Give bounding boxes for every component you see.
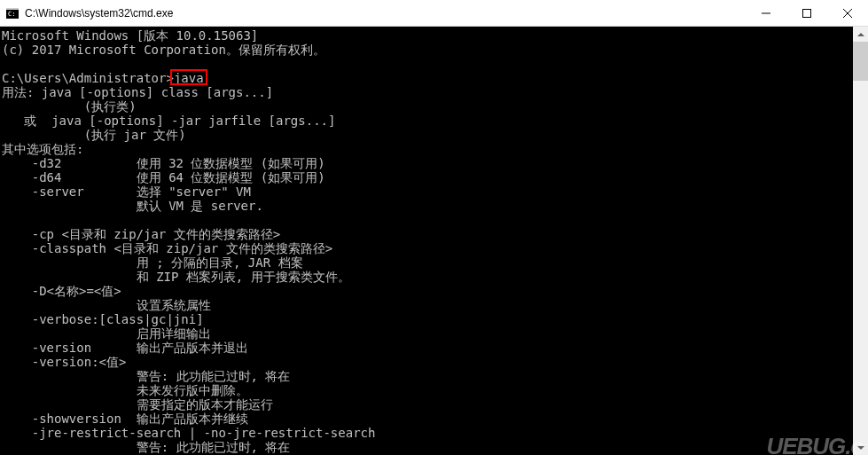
line: 默认 VM 是 server. [2,199,263,213]
close-button[interactable] [827,0,868,26]
line: -version:<值> [2,355,126,369]
window-titlebar[interactable]: C: C:\Windows\system32\cmd.exe [0,0,868,27]
terminal-output: Microsoft Windows [版本 10.0.15063] (c) 20… [2,28,868,454]
line: -verbose:[class|gc|jni] [2,312,204,326]
line: 警告: 此功能已过时, 将在 [2,369,290,383]
line: 其中选项包括: [2,142,83,156]
line: -version 输出产品版本并退出 [2,341,248,355]
line: -D<名称>=<值> [2,284,121,298]
svg-rect-4 [803,9,811,17]
vertical-scrollbar[interactable] [853,27,868,455]
terminal-area[interactable]: Microsoft Windows [版本 10.0.15063] (c) 20… [0,27,868,455]
line: -jre-restrict-search | -no-jre-restrict-… [2,426,375,440]
line: 需要指定的版本才能运行 [2,397,273,412]
svg-marker-7 [857,33,864,36]
minimize-button[interactable] [746,0,786,26]
window-buttons [746,0,868,26]
line: 未来发行版中删除。 [2,383,248,397]
maximize-button[interactable] [786,0,827,26]
scroll-up-button[interactable] [853,27,868,42]
window-title: C:\Windows\system32\cmd.exe [25,7,746,20]
line: (执行类) [2,99,137,114]
line: 警告: 此功能已过时, 将在 [2,440,290,454]
cmd-icon: C: [5,6,20,20]
svg-text:C:: C: [8,11,15,18]
scroll-thumb[interactable] [853,42,868,81]
line: (执行 jar 文件) [2,128,186,142]
line: -d32 使用 32 位数据模型 (如果可用) [2,156,325,170]
command-text: java [174,71,204,85]
line: 和 ZIP 档案列表, 用于搜索类文件。 [2,270,350,284]
line: 用法: java [-options] class [args...] [2,85,273,99]
line: -showversion 输出产品版本并继续 [2,412,248,426]
line: -d64 使用 64 位数据模型 (如果可用) [2,170,325,184]
line: (c) 2017 Microsoft Corporation。保留所有权利。 [2,43,325,57]
line: 或 java [-options] -jar jarfile [args...] [2,114,335,128]
line: -cp <目录和 zip/jar 文件的类搜索路径> [2,227,280,241]
prompt: C:\Users\Administrator> [2,71,174,85]
line: -server 选择 "server" VM [2,184,251,199]
line: -classpath <目录和 zip/jar 文件的类搜索路径> [2,241,332,255]
line: 启用详细输出 [2,326,211,341]
line: 用 ; 分隔的目录, JAR 档案 [2,255,303,270]
svg-rect-1 [6,8,19,10]
line: 设置系统属性 [2,298,211,312]
svg-marker-8 [857,446,864,450]
line: Microsoft Windows [版本 10.0.15063] [2,28,258,43]
scroll-down-button[interactable] [853,440,868,455]
